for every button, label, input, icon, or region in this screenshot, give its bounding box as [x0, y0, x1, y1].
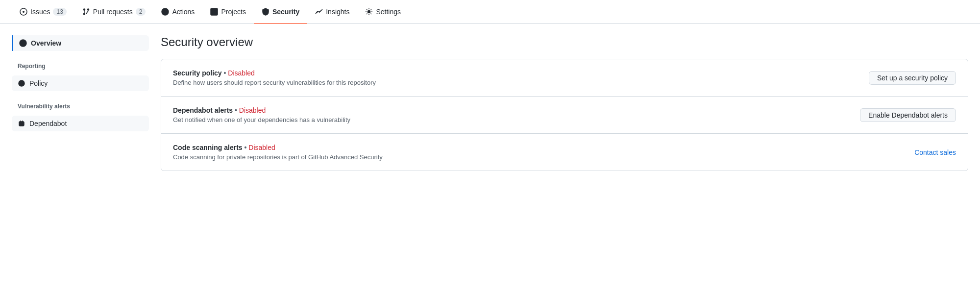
svg-point-4	[87, 9, 89, 10]
security-row-code-scanning: Code scanning alerts • Disabled Code sca…	[161, 134, 968, 171]
svg-point-2	[83, 9, 85, 10]
svg-point-1	[23, 11, 24, 13]
sidebar-policy-label: Policy	[29, 79, 48, 87]
top-nav: Issues 13 Pull requests 2 Actions	[0, 0, 980, 24]
nav-item-insights[interactable]: Insights	[307, 0, 357, 24]
sidebar-dependabot-label: Dependabot	[29, 120, 67, 127]
nav-actions-label: Actions	[172, 8, 195, 16]
set-up-security-policy-button[interactable]: Set up a security policy	[869, 71, 956, 85]
svg-rect-8	[211, 8, 218, 15]
sidebar-section-vulnerability-title: Vulnerability alerts	[12, 99, 149, 114]
nav-security-label: Security	[272, 8, 299, 16]
nav-item-pull-requests[interactable]: Pull requests 2	[74, 0, 154, 24]
sidebar-item-policy[interactable]: Policy	[12, 75, 149, 91]
insights-icon	[315, 8, 323, 16]
nav-item-security[interactable]: Security	[254, 0, 307, 24]
sidebar-item-dependabot[interactable]: Dependabot	[12, 116, 149, 131]
svg-point-13	[22, 42, 24, 45]
dependabot-alerts-info: Dependabot alerts • Disabled Get notifie…	[173, 106, 848, 123]
main-content: Overview Reporting Policy Vulnerability …	[0, 24, 980, 183]
svg-point-11	[368, 10, 370, 13]
sidebar-item-overview[interactable]: Overview	[12, 35, 149, 51]
page-title: Security overview	[161, 35, 968, 49]
security-row-dependabot: Dependabot alerts • Disabled Get notifie…	[161, 97, 968, 134]
security-policy-action: Set up a security policy	[869, 71, 956, 85]
nav-projects-label: Projects	[221, 8, 246, 16]
issues-badge: 13	[53, 8, 66, 16]
sidebar-overview-label: Overview	[31, 39, 61, 47]
dependabot-alerts-action: Enable Dependabot alerts	[860, 108, 956, 122]
svg-point-3	[83, 13, 85, 15]
security-policy-title: Security policy • Disabled	[173, 69, 857, 77]
svg-point-21	[22, 123, 23, 124]
projects-icon	[210, 8, 218, 16]
policy-icon	[18, 79, 25, 87]
nav-item-issues[interactable]: Issues 13	[12, 0, 74, 24]
nav-pull-requests-label: Pull requests	[93, 8, 133, 16]
pull-requests-badge: 2	[136, 8, 146, 16]
nav-settings-label: Settings	[376, 8, 401, 16]
security-row-policy: Security policy • Disabled Define how us…	[161, 59, 968, 97]
content-panel: Security overview Security policy • Disa…	[161, 35, 968, 171]
dependabot-alerts-title: Dependabot alerts • Disabled	[173, 106, 848, 114]
code-scanning-action: Contact sales	[914, 148, 956, 156]
code-scanning-desc: Code scanning for private repositories i…	[173, 153, 903, 161]
security-policy-status: Disabled	[228, 69, 254, 77]
code-scanning-info: Code scanning alerts • Disabled Code sca…	[173, 144, 903, 161]
sidebar-section-vulnerability: Vulnerability alerts Dependabot	[12, 99, 149, 131]
security-policy-desc: Define how users should report security …	[173, 79, 857, 86]
contact-sales-link[interactable]: Contact sales	[914, 148, 956, 156]
code-scanning-title: Code scanning alerts • Disabled	[173, 144, 903, 151]
settings-icon	[365, 8, 373, 16]
dependabot-icon	[18, 120, 25, 127]
security-policy-info: Security policy • Disabled Define how us…	[173, 69, 857, 86]
sidebar-section-reporting: Reporting Policy	[12, 59, 149, 91]
dependabot-alerts-status: Disabled	[239, 106, 266, 114]
sidebar: Overview Reporting Policy Vulnerability …	[12, 35, 149, 171]
nav-item-actions[interactable]: Actions	[153, 0, 202, 24]
actions-icon	[161, 8, 169, 16]
nav-item-settings[interactable]: Settings	[357, 0, 409, 24]
issues-icon	[20, 8, 27, 16]
dependabot-alerts-desc: Get notified when one of your dependenci…	[173, 116, 848, 123]
sidebar-section-reporting-title: Reporting	[12, 59, 149, 74]
nav-item-projects[interactable]: Projects	[202, 0, 254, 24]
enable-dependabot-alerts-button[interactable]: Enable Dependabot alerts	[860, 108, 956, 122]
security-card: Security policy • Disabled Define how us…	[161, 59, 968, 171]
pull-request-icon	[82, 8, 90, 16]
nav-issues-label: Issues	[30, 8, 50, 16]
security-icon	[262, 8, 270, 16]
overview-icon	[19, 39, 27, 47]
svg-point-20	[20, 123, 21, 124]
code-scanning-status: Disabled	[248, 144, 275, 151]
nav-insights-label: Insights	[326, 8, 349, 16]
svg-point-14	[19, 80, 24, 86]
